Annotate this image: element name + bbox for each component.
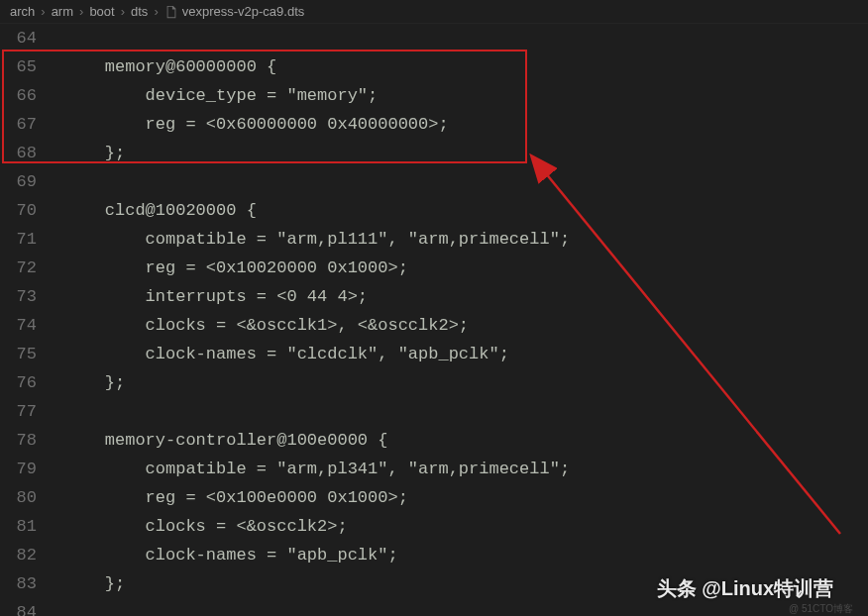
chevron-right-icon: › [154, 4, 158, 19]
line-number: 77 [0, 397, 37, 426]
code-line[interactable]: clcd@10020000 { [64, 196, 868, 225]
code-line[interactable]: reg = <0x10020000 0x1000>; [64, 254, 868, 282]
breadcrumb[interactable]: arch › arm › boot › dts › vexpress-v2p-c… [0, 0, 868, 24]
code-line[interactable]: clocks = <&oscclk2>; [64, 512, 868, 541]
code-line[interactable]: clock-names = "clcdclk", "apb_pclk"; [64, 340, 868, 368]
line-number: 67 [0, 110, 37, 139]
code-line[interactable] [64, 24, 868, 52]
chevron-right-icon: › [41, 4, 45, 19]
line-number: 81 [0, 512, 37, 541]
line-number: 83 [0, 569, 37, 598]
code-content[interactable]: memory@60000000 { device_type = "memory"… [54, 24, 868, 616]
line-number: 70 [0, 196, 37, 225]
file-icon [164, 5, 178, 19]
line-number: 64 [0, 24, 37, 52]
code-line[interactable]: clock-names = "apb_pclk"; [64, 541, 868, 569]
breadcrumb-item[interactable]: boot [89, 4, 114, 19]
line-number: 66 [0, 81, 37, 110]
line-number: 73 [0, 282, 37, 311]
breadcrumb-file[interactable]: vexpress-v2p-ca9.dts [182, 4, 305, 19]
chevron-right-icon: › [121, 4, 125, 19]
breadcrumb-item[interactable]: arm [52, 4, 73, 19]
code-line[interactable]: compatible = "arm,pl111", "arm,primecell… [64, 225, 868, 254]
line-number: 76 [0, 368, 37, 397]
code-editor[interactable]: 6465666768697071727374757677787980818283… [0, 24, 868, 616]
code-line[interactable]: device_type = "memory"; [64, 81, 868, 110]
line-number: 72 [0, 254, 37, 282]
code-line[interactable]: interrupts = <0 44 4>; [64, 282, 868, 311]
code-line[interactable]: compatible = "arm,pl341", "arm,primecell… [64, 455, 868, 483]
code-line[interactable] [64, 397, 868, 426]
line-number: 84 [0, 598, 37, 616]
line-number: 82 [0, 541, 37, 569]
code-line[interactable]: memory-controller@100e0000 { [64, 426, 868, 455]
chevron-right-icon: › [79, 4, 83, 19]
code-line[interactable]: }; [64, 139, 868, 167]
line-number: 65 [0, 52, 37, 81]
line-number: 78 [0, 426, 37, 455]
line-number: 69 [0, 167, 37, 196]
line-number-gutter: 6465666768697071727374757677787980818283… [0, 24, 54, 616]
line-number: 79 [0, 455, 37, 483]
line-number: 71 [0, 225, 37, 254]
code-line[interactable]: memory@60000000 { [64, 52, 868, 81]
code-line[interactable]: }; [64, 368, 868, 397]
line-number: 80 [0, 483, 37, 512]
watermark-main: 头条 @Linux特训营 [657, 575, 833, 602]
breadcrumb-item[interactable]: dts [131, 4, 148, 19]
line-number: 75 [0, 340, 37, 368]
code-line[interactable] [64, 167, 868, 196]
code-line[interactable]: reg = <0x100e0000 0x1000>; [64, 483, 868, 512]
breadcrumb-item[interactable]: arch [10, 4, 35, 19]
code-line[interactable]: clocks = <&oscclk1>, <&oscclk2>; [64, 311, 868, 340]
watermark-sub: @ 51CTO博客 [789, 602, 853, 616]
line-number: 74 [0, 311, 37, 340]
code-line[interactable]: reg = <0x60000000 0x40000000>; [64, 110, 868, 139]
line-number: 68 [0, 139, 37, 167]
